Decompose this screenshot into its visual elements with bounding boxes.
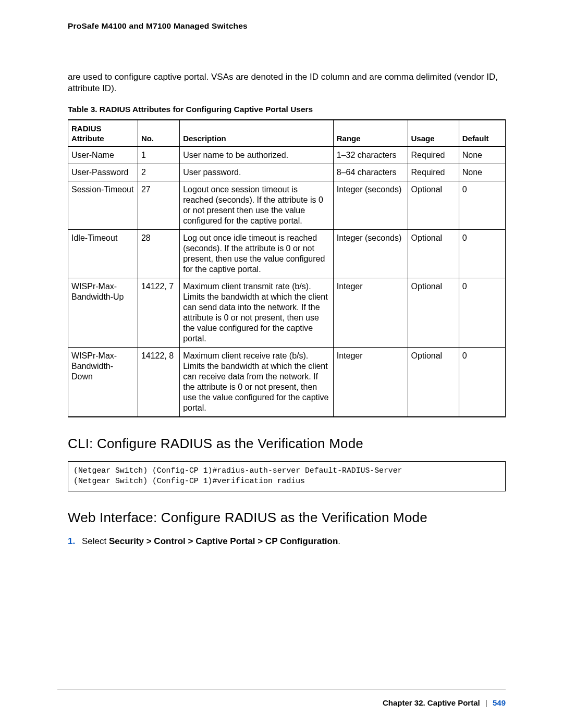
radius-attributes-table: RADIUS Attribute No. Description Range U…: [68, 119, 506, 417]
footer-separator: |: [482, 698, 491, 707]
table-row: User-Password 2 User password. 8–64 char…: [68, 164, 506, 181]
cell-attr: WISPr-Max-Bandwidth-Up: [68, 278, 138, 347]
cell-attr: Idle-Timeout: [68, 229, 138, 278]
table-body: User-Name 1 User name to be authorized. …: [68, 146, 506, 417]
cell-default: 0: [459, 278, 505, 347]
intro-paragraph: are used to configure captive portal. VS…: [68, 71, 506, 94]
step-prefix: Select: [82, 536, 109, 546]
cell-default: 0: [459, 229, 505, 278]
cell-usage: Optional: [408, 278, 459, 347]
cli-code-block: (Netgear Switch) (Config-CP 1)#radius-au…: [68, 461, 506, 491]
col-header-range: Range: [333, 120, 408, 146]
cell-default: None: [459, 146, 505, 164]
col-header-attribute: RADIUS Attribute: [68, 120, 138, 146]
cell-no: 1: [138, 146, 179, 164]
cell-attr: User-Password: [68, 164, 138, 181]
cell-desc: Logout once session timeout is reached (…: [180, 181, 334, 229]
col-header-no: No.: [138, 120, 179, 146]
cell-desc: User password.: [180, 164, 334, 181]
cell-desc: Log out once idle timeout is reached (se…: [180, 229, 334, 278]
cell-no: 14122, 8: [138, 347, 179, 417]
cell-attr: WISPr-Max-Bandwidth-Down: [68, 347, 138, 417]
cli-heading: CLI: Configure RADIUS as the Verificatio…: [68, 435, 506, 452]
col-header-default: Default: [459, 120, 505, 146]
cell-no: 2: [138, 164, 179, 181]
table-caption: Table 3. RADIUS Attributes for Configuri…: [68, 104, 506, 114]
cell-default: 0: [459, 347, 505, 417]
cli-line: (Netgear Switch) (Config-CP 1)#verificat…: [74, 477, 305, 485]
cell-default: None: [459, 164, 505, 181]
cell-desc: Maximum client receive rate (b/s). Limit…: [180, 347, 334, 417]
cell-usage: Required: [408, 164, 459, 181]
web-heading: Web Interface: Configure RADIUS as the V…: [68, 509, 506, 526]
cli-line: (Netgear Switch) (Config-CP 1)#radius-au…: [74, 466, 402, 475]
step-item: 1. Select Security > Control > Captive P…: [68, 536, 506, 547]
cell-desc: User name to be authorized.: [180, 146, 334, 164]
table-row: WISPr-Max-Bandwidth-Up 14122, 7 Maximum …: [68, 278, 506, 347]
cell-range: Integer (seconds): [333, 181, 408, 229]
col-header-usage: Usage: [408, 120, 459, 146]
table-row: Idle-Timeout 28 Log out once idle timeou…: [68, 229, 506, 278]
page-container: ProSafe M4100 and M7100 Managed Switches…: [0, 0, 563, 728]
cell-no: 28: [138, 229, 179, 278]
footer-chapter: Chapter 32. Captive Portal: [383, 698, 480, 707]
col-header-description: Description: [180, 120, 334, 146]
cell-attr: User-Name: [68, 146, 138, 164]
cell-usage: Optional: [408, 181, 459, 229]
cell-usage: Required: [408, 146, 459, 164]
step-path: Security > Control > Captive Portal > CP…: [109, 536, 338, 546]
step-suffix: .: [338, 536, 340, 546]
page-footer: Chapter 32. Captive Portal | 549: [57, 689, 506, 708]
cell-range: Integer (seconds): [333, 229, 408, 278]
cell-range: Integer: [333, 347, 408, 417]
running-header: ProSafe M4100 and M7100 Managed Switches: [68, 21, 506, 31]
cell-default: 0: [459, 181, 505, 229]
cell-range: 1–32 characters: [333, 146, 408, 164]
cell-desc: Maximum client transmit rate (b/s). Limi…: [180, 278, 334, 347]
cell-attr: Session-Timeout: [68, 181, 138, 229]
cell-usage: Optional: [408, 347, 459, 417]
cell-no: 27: [138, 181, 179, 229]
step-number: 1.: [68, 536, 75, 546]
table-header-row: RADIUS Attribute No. Description Range U…: [68, 120, 506, 146]
cell-range: Integer: [333, 278, 408, 347]
footer-page-number: 549: [493, 698, 506, 707]
cell-usage: Optional: [408, 229, 459, 278]
table-row: Session-Timeout 27 Logout once session t…: [68, 181, 506, 229]
step-list: 1. Select Security > Control > Captive P…: [68, 536, 506, 547]
table-row: WISPr-Max-Bandwidth-Down 14122, 8 Maximu…: [68, 347, 506, 417]
cell-no: 14122, 7: [138, 278, 179, 347]
table-row: User-Name 1 User name to be authorized. …: [68, 146, 506, 164]
cell-range: 8–64 characters: [333, 164, 408, 181]
